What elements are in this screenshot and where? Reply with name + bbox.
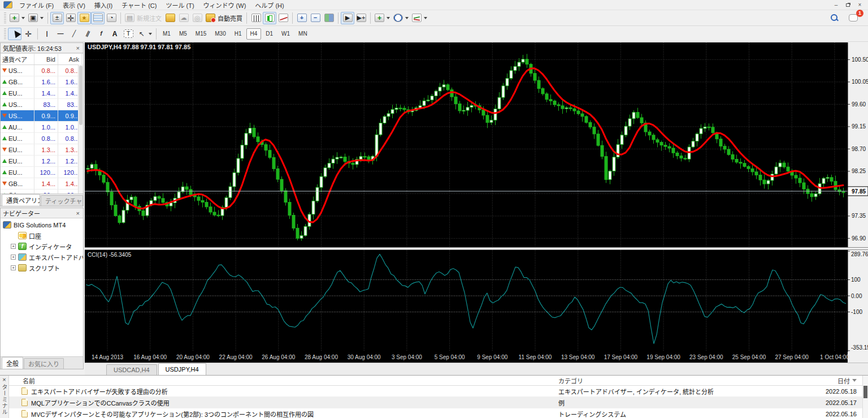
timeframe-h4[interactable]: H4 — [246, 28, 262, 40]
timeframe-mn[interactable]: MN — [294, 28, 311, 40]
bar-chart-mode-button[interactable] — [249, 12, 263, 24]
menu-item-3[interactable]: チャート (C) — [117, 2, 161, 10]
column-header-ask[interactable]: Ask — [58, 54, 82, 64]
minimize-button[interactable]: – — [831, 1, 841, 8]
navigator-tab-0[interactable]: 全般 — [2, 357, 23, 369]
periods-list-button[interactable] — [392, 12, 410, 24]
auto-scroll-button[interactable]: ▶ — [341, 12, 354, 24]
chart-shift-button[interactable]: ▶+ — [354, 12, 368, 24]
market-watch-row[interactable]: GB...1.4...1.4... — [1, 178, 83, 189]
menu-item-1[interactable]: 表示 (V) — [58, 2, 90, 10]
news-service-button[interactable]: ◎ — [190, 12, 204, 24]
cursor-tool-button[interactable] — [8, 28, 21, 40]
article-row[interactable]: MQLアプリケーションでのCCanvasクラスの使用例2022.05.17 — [9, 397, 862, 408]
zoom-out-button[interactable]: − — [309, 12, 322, 24]
market-watch-row[interactable]: US...0.8...0.8... — [1, 65, 83, 76]
chart-tab-usdjpy-h4[interactable]: USDJPY,H4 — [158, 363, 206, 375]
close-icon[interactable]: × — [75, 45, 81, 51]
shapes-tool-button[interactable]: ↖ — [135, 28, 154, 40]
column-header-date[interactable]: 日付 — [814, 376, 862, 385]
close-icon[interactable]: × — [75, 210, 81, 217]
candlestick-mode-button[interactable] — [263, 12, 276, 24]
navigator-tabs: 全般お気に入り — [1, 356, 83, 369]
navigator-toggle-button[interactable]: ★ — [77, 12, 91, 24]
zoom-in-button[interactable]: + — [295, 12, 309, 24]
market-watch-scrollbar[interactable] — [78, 64, 83, 193]
profiles-button[interactable]: ▣ — [27, 12, 45, 24]
menu-item-2[interactable]: 挿入(I) — [90, 2, 117, 10]
timeframe-w1[interactable]: W1 — [277, 28, 294, 40]
timeframe-m15[interactable]: M15 — [192, 28, 210, 40]
text-label-tool-button[interactable]: T — [121, 28, 135, 40]
channel-tool-button[interactable]: ∥ — [81, 28, 94, 40]
strategy-tester-button[interactable]: ◔ — [105, 12, 118, 24]
new-order-button[interactable]: ▤新規注文 — [123, 12, 163, 24]
column-header-category[interactable]: カテゴリ — [558, 376, 814, 385]
new-chart-button[interactable]: + — [8, 12, 27, 24]
column-header-name[interactable]: 名前 — [9, 376, 558, 385]
timeframe-d1[interactable]: D1 — [262, 28, 277, 40]
market-watch-row[interactable]: US...83...83... — [1, 99, 83, 110]
article-row[interactable]: エキスパートアドバイザーが失敗する理由の分析エキスパートアドバイザー, インディ… — [9, 386, 862, 397]
mql5-community-button[interactable] — [163, 12, 177, 24]
article-row[interactable]: MVCデザインパターンとその可能なアプリケーション(第2部): 3つのコンポーネ… — [9, 408, 862, 418]
menu-item-6[interactable]: ヘルプ (H) — [250, 2, 288, 10]
navigator-item[interactable]: 口座 — [1, 230, 83, 241]
navigator-item[interactable]: BIG Solutions MT4 — [1, 219, 83, 230]
menu-item-4[interactable]: ツール (T) — [161, 2, 198, 10]
market-watch-row[interactable]: EU...1.4...1.4... — [1, 88, 83, 99]
text-tool-button[interactable]: A — [108, 28, 121, 40]
market-watch-row[interactable]: EU...0.8...0.8... — [1, 133, 83, 144]
navigator-tab-1[interactable]: お気に入り — [24, 358, 64, 369]
column-header-bid[interactable]: Bid — [34, 54, 58, 64]
chart-window[interactable]: 14 Aug 201316 Aug 04:0020 Aug 04:0022 Au… — [85, 42, 868, 375]
timeframe-m1[interactable]: M1 — [159, 28, 175, 40]
search-button[interactable] — [827, 12, 841, 24]
toolbar-grip[interactable] — [4, 12, 6, 24]
market-watch-row[interactable]: EU...120...120... — [1, 167, 83, 178]
terminal-toggle-button[interactable] — [91, 12, 105, 24]
market-watch-tab-0[interactable]: 通貨ペアリスト — [2, 194, 40, 206]
fibonacci-tool-button[interactable]: f — [94, 28, 108, 40]
restore-button[interactable] — [843, 1, 853, 8]
market-watch-tab-1[interactable]: ティックチャート — [41, 195, 83, 206]
chat-service-button[interactable]: ☁ — [177, 12, 190, 24]
market-watch-row[interactable]: CA...96...96... — [1, 189, 83, 193]
market-watch-row[interactable]: EU...1.3...1.3... — [1, 144, 83, 156]
market-watch-toggle-button[interactable]: ± — [50, 12, 64, 24]
menu-item-0[interactable]: ファイル (F) — [15, 2, 58, 10]
indicators-list-button[interactable]: + — [373, 12, 392, 24]
tile-windows-button[interactable] — [322, 12, 336, 24]
timeframe-h1[interactable]: H1 — [231, 28, 246, 40]
toolbar-grip[interactable] — [4, 28, 6, 40]
market-watch-row[interactable]: EU...1.2...1.2... — [1, 156, 83, 167]
toolbox-vertical-tab[interactable]: ターミナル — [0, 384, 8, 415]
menu-item-5[interactable]: ウィンドウ (W) — [199, 2, 251, 10]
notifications-button[interactable]: 1 — [847, 12, 860, 24]
templates-list-button[interactable] — [410, 12, 429, 24]
horizontal-line-tool-button[interactable]: — — [54, 28, 67, 40]
close-button[interactable]: × — [855, 1, 865, 8]
crosshair-tool-button[interactable]: ✛ — [21, 28, 35, 40]
vertical-line-tool-button[interactable]: | — [40, 28, 54, 40]
trendline-tool-button[interactable]: ╱ — [67, 28, 81, 40]
expand-icon[interactable]: + — [11, 265, 16, 270]
market-watch-row[interactable]: US...0.9...0.9... — [1, 110, 83, 122]
close-icon[interactable]: × — [2, 376, 6, 383]
navigator-item[interactable]: +スクリプト — [1, 262, 83, 273]
toolbox-scrollbar[interactable] — [862, 376, 868, 418]
chart-tab-usdcad-h4[interactable]: USDCAD,H4 — [106, 364, 157, 375]
line-chart-mode-button[interactable] — [276, 12, 290, 24]
market-watch-row[interactable]: AU...1.0...1.0... — [1, 122, 83, 133]
timeframe-m5[interactable]: M5 — [175, 28, 191, 40]
navigator-item[interactable]: +エキスパートアドバイザ — [1, 252, 83, 262]
autotrading-button[interactable]: 自動売買 — [204, 12, 244, 24]
market-watch-row[interactable]: GB...1.6...1.6... — [1, 76, 83, 88]
expand-icon[interactable]: + — [11, 244, 16, 249]
data-window-button[interactable]: ✛ — [64, 12, 77, 24]
column-header-symbol[interactable]: 通貨ペア — [1, 54, 34, 64]
expand-icon[interactable]: + — [11, 255, 16, 260]
navigator-item[interactable]: +fインディケータ — [1, 241, 83, 252]
chart-canvas[interactable]: 14 Aug 201316 Aug 04:0020 Aug 04:0022 Au… — [85, 42, 868, 363]
timeframe-m30[interactable]: M30 — [211, 28, 229, 40]
